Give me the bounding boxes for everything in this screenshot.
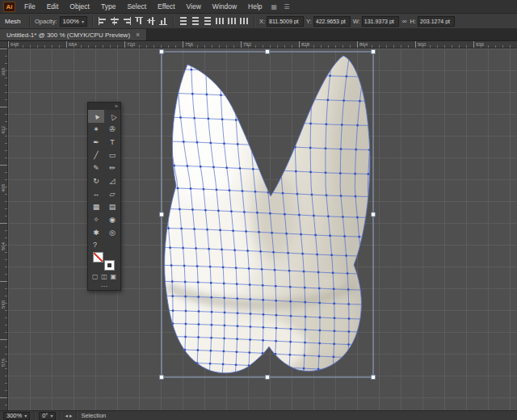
- mesh-anchor-point[interactable]: [275, 314, 277, 316]
- mesh-anchor-point[interactable]: [326, 124, 327, 125]
- menu-edit[interactable]: Edit: [41, 2, 65, 10]
- vertical-ruler[interactable]: 396432468504540576: [0, 48, 8, 410]
- mesh-anchor-point[interactable]: [196, 141, 198, 143]
- mesh-anchor-point[interactable]: [326, 195, 327, 196]
- mesh-anchor-point[interactable]: [223, 283, 225, 284]
- mesh-anchor-point[interactable]: [236, 338, 237, 340]
- constrain-proportions-icon[interactable]: ∞: [401, 18, 408, 25]
- mesh-anchor-point[interactable]: [356, 216, 358, 218]
- collapse-panel-icon[interactable]: »: [115, 103, 118, 109]
- mesh-anchor-point[interactable]: [303, 271, 305, 272]
- blend-tool[interactable]: ◉: [104, 213, 120, 226]
- mesh-anchor-point[interactable]: [224, 297, 225, 299]
- mesh-anchor-point[interactable]: [334, 317, 335, 319]
- mesh-anchor-point[interactable]: [248, 267, 250, 269]
- mesh-anchor-point[interactable]: [262, 284, 263, 286]
- mesh-anchor-point[interactable]: [198, 323, 200, 325]
- distribute-horizontal-left-button[interactable]: [215, 17, 225, 25]
- mesh-anchor-point[interactable]: [263, 326, 264, 328]
- mesh-anchor-point[interactable]: [368, 149, 370, 150]
- mesh-tool[interactable]: ▦: [88, 200, 104, 213]
- scale-tool[interactable]: ◿: [104, 174, 120, 187]
- mesh-anchor-point[interactable]: [183, 265, 185, 267]
- mesh-anchor-point[interactable]: [250, 326, 251, 327]
- mesh-anchor-point[interactable]: [343, 235, 345, 237]
- selection-handle[interactable]: [372, 50, 376, 54]
- mesh-anchor-point[interactable]: [250, 298, 251, 300]
- mesh-anchor-point[interactable]: [282, 192, 284, 194]
- mesh-anchor-point[interactable]: [193, 228, 195, 229]
- arrange-documents-icon[interactable]: ▦: [268, 3, 281, 10]
- mesh-anchor-point[interactable]: [300, 233, 301, 235]
- mesh-anchor-point[interactable]: [318, 342, 320, 344]
- mesh-anchor-point[interactable]: [243, 211, 245, 212]
- mesh-anchor-point[interactable]: [346, 75, 347, 77]
- mesh-anchor-point[interactable]: [223, 351, 225, 352]
- help-tool[interactable]: ?: [88, 239, 120, 250]
- mesh-anchor-point[interactable]: [195, 247, 196, 249]
- mesh-anchor-point[interactable]: [296, 193, 298, 195]
- mesh-anchor-point[interactable]: [261, 268, 263, 270]
- mesh-anchor-point[interactable]: [185, 310, 187, 312]
- mesh-anchor-point[interactable]: [271, 232, 272, 233]
- mesh-anchor-point[interactable]: [358, 236, 359, 237]
- mesh-anchor-point[interactable]: [209, 266, 211, 267]
- mesh-anchor-point[interactable]: [340, 148, 342, 149]
- mesh-anchor-point[interactable]: [284, 213, 285, 215]
- mesh-anchor-point[interactable]: [242, 190, 243, 191]
- mesh-anchor-point[interactable]: [235, 267, 237, 269]
- mesh-anchor-point[interactable]: [348, 303, 350, 304]
- selection-handle[interactable]: [266, 50, 270, 54]
- stroke-swatch[interactable]: [104, 260, 115, 271]
- mesh-anchor-point[interactable]: [233, 250, 235, 251]
- mesh-anchor-point[interactable]: [354, 173, 355, 174]
- mesh-anchor-point[interactable]: [305, 329, 306, 330]
- mesh-anchor-point[interactable]: [197, 281, 199, 283]
- mesh-anchor-point[interactable]: [226, 167, 228, 169]
- menu-type[interactable]: Type: [95, 2, 121, 10]
- mesh-anchor-point[interactable]: [208, 118, 209, 120]
- mesh-anchor-point[interactable]: [239, 167, 241, 169]
- mesh-anchor-point[interactable]: [236, 284, 237, 285]
- mesh-anchor-point[interactable]: [237, 298, 238, 300]
- mesh-anchor-point[interactable]: [275, 300, 277, 301]
- mesh-anchor-point[interactable]: [356, 124, 358, 126]
- rectangle-tool[interactable]: ▭: [104, 149, 120, 162]
- mesh-anchor-point[interactable]: [319, 317, 321, 318]
- mesh-anchor-point[interactable]: [167, 227, 169, 229]
- mesh-anchor-point[interactable]: [290, 328, 292, 330]
- menu-file[interactable]: File: [19, 2, 41, 10]
- mesh-anchor-point[interactable]: [210, 282, 212, 284]
- mesh-anchor-point[interactable]: [252, 168, 254, 170]
- mesh-anchor-point[interactable]: [288, 270, 290, 271]
- canvas-area[interactable]: » ▲△✶✇✒T╱▭✎✏↻◿↔▱▦▤✧◉✱◎ ? ▢◫▣ …: [8, 48, 517, 410]
- mesh-anchor-point[interactable]: [355, 149, 357, 150]
- mesh-anchor-point[interactable]: [223, 338, 225, 339]
- mesh-anchor-point[interactable]: [290, 300, 292, 302]
- align-right-button[interactable]: [122, 17, 132, 25]
- selection-handle[interactable]: [372, 212, 376, 216]
- mesh-anchor-point[interactable]: [171, 280, 173, 282]
- tools-panel-header[interactable]: »: [88, 103, 120, 110]
- mesh-anchor-point[interactable]: [272, 251, 274, 253]
- mesh-anchor-point[interactable]: [208, 248, 209, 250]
- selection-handle[interactable]: [160, 212, 164, 216]
- menu-view[interactable]: View: [181, 2, 207, 10]
- mesh-anchor-point[interactable]: [200, 166, 201, 167]
- mesh-anchor-point[interactable]: [333, 356, 334, 358]
- mesh-anchor-point[interactable]: [347, 272, 348, 274]
- menu-help[interactable]: Help: [242, 2, 267, 10]
- mesh-anchor-point[interactable]: [209, 363, 211, 364]
- mesh-anchor-point[interactable]: [197, 336, 199, 338]
- mesh-anchor-point[interactable]: [250, 313, 251, 314]
- mesh-anchor-point[interactable]: [222, 267, 224, 268]
- eyedropper-tool[interactable]: ✧: [88, 213, 104, 226]
- selection-handle[interactable]: [372, 376, 376, 380]
- mesh-anchor-point[interactable]: [230, 211, 232, 212]
- selection-handle[interactable]: [160, 50, 164, 54]
- mesh-anchor-point[interactable]: [289, 286, 291, 288]
- mesh-anchor-point[interactable]: [223, 143, 225, 145]
- mesh-anchor-point[interactable]: [185, 323, 187, 325]
- mesh-anchor-point[interactable]: [237, 326, 238, 327]
- mesh-anchor-point[interactable]: [289, 341, 291, 342]
